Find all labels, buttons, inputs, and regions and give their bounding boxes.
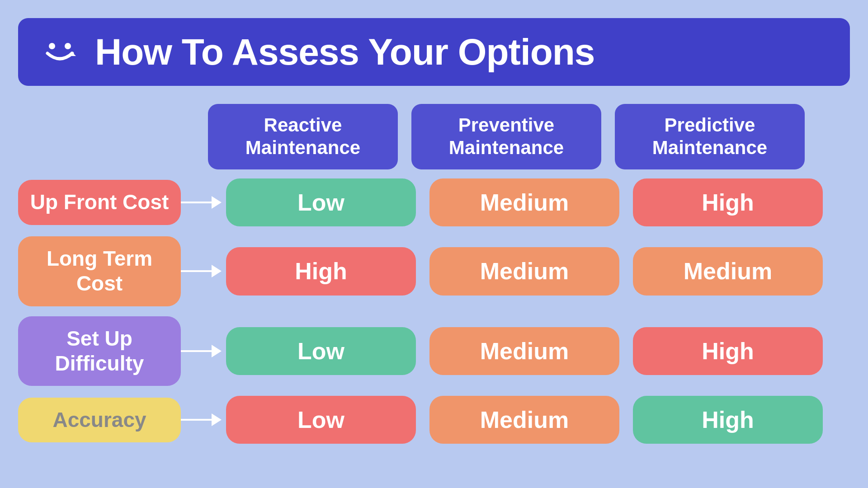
arrow-accuracy [181,413,222,426]
arrow-line [181,350,212,352]
value-predictive-upfront: High [633,178,823,226]
arrow-head [212,196,222,209]
svg-point-1 [65,43,71,49]
value-predictive-longterm: Medium [633,247,823,295]
value-preventive-accuracy: Medium [429,396,619,444]
row-up-front-cost: Up Front Cost Low Medium High [18,178,850,226]
values-long-term-cost: High Medium Medium [226,247,823,295]
page-title: How To Assess Your Options [95,31,594,73]
row-long-term-cost: Long Term Cost High Medium Medium [18,236,850,306]
value-preventive-setup: Medium [429,327,619,375]
smiley-icon [41,36,81,68]
column-headers: ReactiveMaintenance PreventiveMaintenanc… [208,104,850,169]
arrow-line [181,419,212,421]
arrow-long-term-cost [181,265,222,277]
values-up-front-cost: Low Medium High [226,178,823,226]
value-reactive-upfront: Low [226,178,416,226]
values-setup-difficulty: Low Medium High [226,327,823,375]
value-reactive-longterm: High [226,247,416,295]
row-accuracy: Accuracy Low Medium High [18,396,850,444]
svg-point-0 [49,43,55,49]
value-predictive-setup: High [633,327,823,375]
value-predictive-accuracy: High [633,396,823,444]
value-preventive-longterm: Medium [429,247,619,295]
arrow-up-front-cost [181,196,222,209]
data-rows: Up Front Cost Low Medium High Long Term … [18,178,850,444]
label-setup-difficulty: Set UpDifficulty [18,316,181,386]
arrow-setup-difficulty [181,345,222,357]
col-header-predictive: PredictiveMaintenance [615,104,805,169]
arrow-head [212,265,222,277]
row-setup-difficulty: Set UpDifficulty Low Medium High [18,316,850,386]
values-accuracy: Low Medium High [226,396,823,444]
label-long-term-cost: Long Term Cost [18,236,181,306]
main-content: ReactiveMaintenance PreventiveMaintenanc… [18,104,850,444]
value-reactive-accuracy: Low [226,396,416,444]
col-header-reactive: ReactiveMaintenance [208,104,398,169]
label-accuracy: Accuracy [18,398,181,442]
col-header-preventive: PreventiveMaintenance [411,104,601,169]
label-up-front-cost: Up Front Cost [18,180,181,225]
value-reactive-setup: Low [226,327,416,375]
arrow-head [212,413,222,426]
arrow-head [212,345,222,357]
value-preventive-upfront: Medium [429,178,619,226]
arrow-line [181,202,212,203]
page-header: How To Assess Your Options [18,18,850,86]
arrow-line [181,270,212,272]
